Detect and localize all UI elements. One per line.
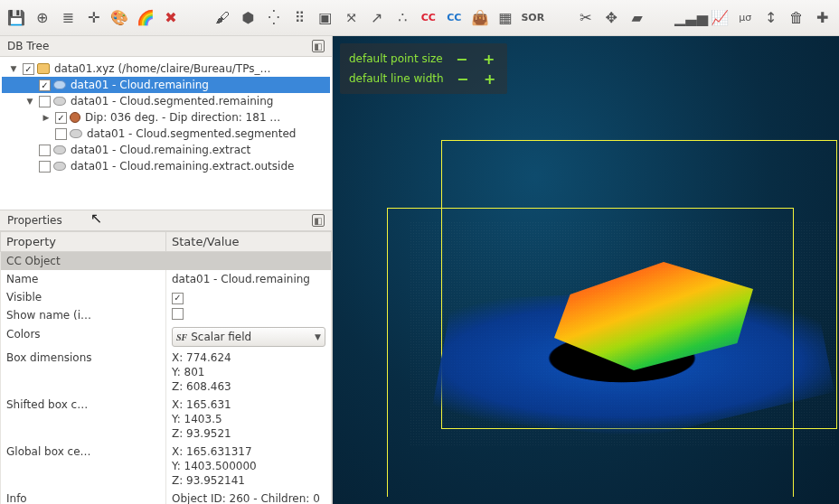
col-property[interactable]: Property — [1, 232, 166, 252]
sor-icon[interactable]: SOR — [520, 5, 545, 32]
target-icon[interactable]: ⊕ — [31, 5, 52, 32]
cloud-icon — [53, 162, 66, 171]
dbtree-header: DB Tree ◧ — [0, 36, 332, 57]
properties-header-row: Property State/Value — [1, 232, 332, 252]
tree-checkbox[interactable] — [39, 145, 51, 156]
disk-icon[interactable]: 💾 — [5, 5, 27, 32]
tree-label: Dip: 036 deg. - Dip direction: 181 … — [85, 111, 280, 124]
line-width-control: default line width − + — [349, 69, 498, 89]
tree-row[interactable]: data01 - Cloud.remaining.extract — [2, 142, 330, 158]
tree-label: data01 - Cloud.segmented.segmented — [87, 127, 296, 140]
checker-icon[interactable]: ▦ — [495, 5, 516, 32]
property-row: Global box ce…X: 165.631317 Y: 1403.5000… — [1, 443, 332, 490]
cloud-icon — [53, 145, 66, 154]
undock-button[interactable]: ◧ — [312, 214, 325, 227]
properties-title: Properties — [7, 214, 62, 227]
line-width-label: default line width — [349, 72, 444, 85]
property-value[interactable]: Object ID: 260 - Children: 0 — [166, 490, 332, 504]
cloud-icon — [70, 129, 82, 138]
axes-color-icon[interactable]: ✥ — [600, 5, 622, 32]
trash-rainbow-icon[interactable]: 🗑 — [786, 5, 807, 32]
delete-x-icon[interactable]: ✖ — [160, 5, 182, 32]
book-red-icon[interactable]: ▰ — [627, 5, 648, 32]
tree-row[interactable]: ▶Dip: 036 deg. - Dip direction: 181 … — [2, 109, 330, 126]
property-checkbox[interactable] — [172, 308, 184, 320]
tree-checkbox[interactable] — [55, 112, 67, 124]
brush-icon[interactable]: 🖌 — [212, 5, 233, 32]
property-value[interactable]: X: 165.631317 Y: 1403.500000 Z: 93.95214… — [166, 443, 332, 490]
line-width-plus[interactable]: + — [482, 70, 498, 87]
blank-icon — [549, 5, 570, 32]
property-row: Shifted box c…X: 165.631 Y: 1403.5 Z: 93… — [1, 396, 332, 443]
minmax-icon[interactable]: ↕ — [759, 5, 781, 32]
tree-twisty[interactable]: ▶ — [40, 111, 52, 124]
tree-row[interactable]: ▼data01.xyz (/home/claire/Bureau/TPs_… — [2, 61, 330, 77]
tree-row[interactable]: ▼data01 - Cloud.segmented.remaining — [2, 93, 330, 109]
rainbow-icon[interactable]: 🌈 — [134, 5, 156, 32]
arrows-cross-icon[interactable]: ⤧ — [340, 5, 362, 32]
tree-twisty — [24, 160, 36, 173]
tree-twisty[interactable]: ▼ — [7, 62, 20, 75]
bars-icon[interactable]: ▁▃▅ — [677, 5, 704, 32]
property-key: Visible — [1, 288, 166, 306]
point-size-plus[interactable]: + — [481, 51, 497, 67]
arrows-sw-icon[interactable]: ↗ — [366, 5, 388, 32]
property-value[interactable]: data01 - Cloud.remaining — [166, 270, 332, 288]
colors-combo[interactable]: SFScalar field▼ — [172, 327, 325, 347]
crosshair-icon[interactable]: ✛ — [82, 5, 104, 32]
line-width-minus[interactable]: − — [455, 70, 471, 87]
tree-row[interactable]: data01 - Cloud.segmented.segmented — [2, 126, 330, 142]
undock-button[interactable]: ◧ — [312, 40, 325, 52]
cube-icon[interactable]: ▣ — [315, 5, 336, 32]
properties-grid[interactable]: Property State/Value CC ObjectNamedata01… — [0, 231, 332, 504]
tree-checkbox[interactable] — [39, 96, 51, 107]
list-icon[interactable]: ≣ — [57, 5, 79, 32]
property-row: Box dimensionsX: 774.624 Y: 801 Z: 608.4… — [1, 349, 332, 396]
property-value[interactable]: X: 165.631 Y: 1403.5 Z: 93.9521 — [166, 396, 332, 443]
property-key: Shifted box c… — [1, 396, 166, 443]
property-value[interactable] — [166, 306, 332, 325]
cc-red-icon[interactable]: CC — [418, 5, 439, 32]
plus-icon[interactable]: ✚ — [811, 5, 833, 32]
property-value[interactable] — [166, 288, 332, 306]
cc-blue-icon[interactable]: CC — [443, 5, 465, 32]
shield-icon[interactable]: ⬢ — [237, 5, 259, 32]
tree-twisty — [40, 127, 52, 140]
properties-section: CC Object — [1, 252, 332, 271]
property-row: Visible — [1, 288, 332, 306]
col-value[interactable]: State/Value — [166, 232, 332, 252]
graph-dots-icon[interactable]: ∴ — [391, 5, 413, 32]
tree-row[interactable]: data01 - Cloud.remaining — [2, 77, 330, 93]
blank-icon — [185, 5, 207, 32]
palette-icon[interactable]: 🎨 — [108, 5, 130, 32]
dip-icon — [70, 112, 80, 123]
tree-twisty[interactable]: ▼ — [24, 95, 36, 107]
main-toolbar: 💾⊕≣✛🎨🌈✖ 🖌⬢⁛⠿▣⤧↗∴CCCC👜▦SOR ✂✥▰ ▁▃▅📈μσ↕🗑✚ — [0, 0, 839, 36]
point-size-label: default point size — [349, 52, 443, 65]
tree-checkbox[interactable] — [39, 79, 51, 91]
properties-header: Properties ◧ ↖ — [0, 210, 332, 231]
dots-icon[interactable]: ⁛ — [263, 5, 285, 32]
bars-up-icon[interactable]: 📈 — [708, 5, 730, 32]
property-value[interactable]: X: 774.624 Y: 801 Z: 608.463 — [166, 349, 332, 396]
tree-checkbox[interactable] — [55, 128, 67, 140]
grid-dots-icon[interactable]: ⠿ — [288, 5, 310, 32]
property-value[interactable]: SFScalar field▼ — [166, 325, 332, 349]
dbtree[interactable]: ▼data01.xyz (/home/claire/Bureau/TPs_…da… — [0, 57, 332, 210]
tree-row[interactable]: data01 - Cloud.remaining.extract.outside — [2, 158, 330, 174]
tree-label: data01 - Cloud.segmented.remaining — [71, 95, 273, 107]
3d-viewport[interactable]: default point size − + default line widt… — [333, 36, 839, 504]
viewport-container: default point size − + default line widt… — [333, 36, 839, 504]
tree-twisty — [24, 144, 36, 156]
property-key: Info — [1, 490, 166, 504]
scissors-icon[interactable]: ✂ — [575, 5, 597, 32]
sigma-icon[interactable]: μσ — [734, 5, 756, 32]
tree-checkbox[interactable] — [23, 63, 34, 75]
bag-icon[interactable]: 👜 — [468, 5, 490, 32]
cursor-icon: ↖ — [90, 210, 102, 227]
property-row: InfoObject ID: 260 - Children: 0 — [1, 490, 332, 504]
property-checkbox[interactable] — [172, 293, 184, 304]
point-size-minus[interactable]: − — [454, 51, 470, 67]
tree-checkbox[interactable] — [39, 161, 51, 173]
main-split: DB Tree ◧ ▼data01.xyz (/home/claire/Bure… — [0, 36, 839, 504]
